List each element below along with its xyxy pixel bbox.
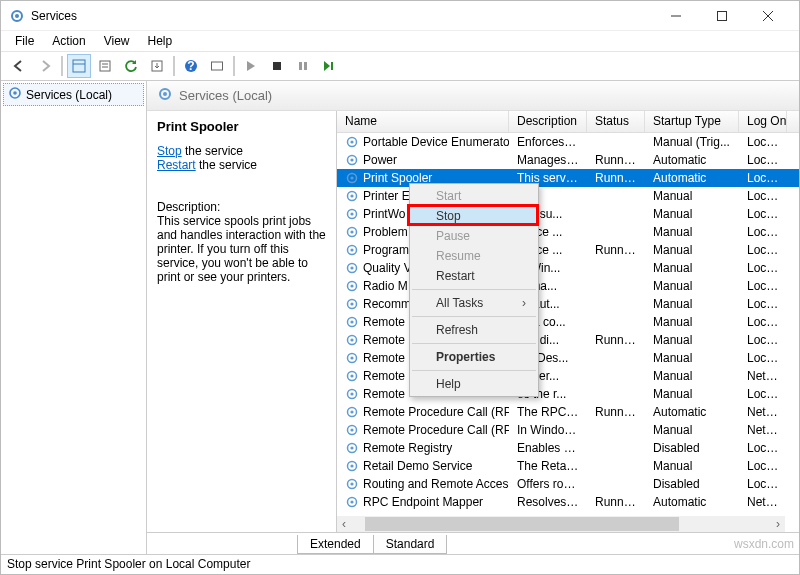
services-app-icon	[9, 8, 25, 24]
service-row[interactable]: Retail Demo ServiceThe Retail D...Manual…	[337, 457, 799, 475]
service-row[interactable]: Remotees a co...ManualLocal Sy	[337, 313, 799, 331]
service-row[interactable]: Quality Vty Win...ManualLocal Se	[337, 259, 799, 277]
close-button[interactable]	[745, 1, 791, 31]
cell-logon: Local Sy	[739, 477, 787, 491]
svg-point-32	[350, 212, 353, 215]
separator	[173, 56, 175, 76]
context-menu-help[interactable]: Help	[410, 374, 538, 394]
service-row[interactable]: Recommes aut...ManualLocal Sy	[337, 295, 799, 313]
restart-link[interactable]: Restart	[157, 158, 196, 172]
separator	[61, 56, 63, 76]
start-service-button[interactable]	[239, 54, 263, 78]
cell-startup: Manual	[645, 189, 739, 203]
description-text: This service spools print jobs and handl…	[157, 214, 326, 284]
service-row[interactable]: Remoteote Des...ManualLocal Sy	[337, 349, 799, 367]
cell-name: Remote Procedure Call (RPC)	[337, 405, 509, 419]
context-menu-separator	[412, 343, 536, 344]
cell-description: Resolves RP...	[509, 495, 587, 509]
context-menu-stop[interactable]: Stop	[410, 206, 538, 226]
body: Services (Local) Services (Local) Print …	[1, 81, 799, 554]
stop-link[interactable]: Stop	[157, 144, 182, 158]
stop-service-button[interactable]	[265, 54, 289, 78]
service-row[interactable]: Printer EManualLocal Sy	[337, 187, 799, 205]
context-menu-resume: Resume	[410, 246, 538, 266]
service-row[interactable]: Print SpoolerThis service ...RunningAuto…	[337, 169, 799, 187]
column-description[interactable]: Description	[509, 111, 587, 132]
scroll-right-icon[interactable]: ›	[771, 516, 785, 532]
view-tabs: Extended Standard	[147, 532, 799, 554]
service-row[interactable]: Remotees the r...ManualLocal Sy	[337, 385, 799, 403]
content-header: Services (Local)	[147, 81, 799, 111]
restart-service-link-row: Restart the service	[157, 158, 326, 172]
properties-button[interactable]	[93, 54, 117, 78]
export-button[interactable]	[145, 54, 169, 78]
cell-status: Running	[587, 171, 645, 185]
column-status[interactable]: Status	[587, 111, 645, 132]
detail-view-button[interactable]	[67, 54, 91, 78]
service-row[interactable]: Routing and Remote AccessOffers routi...…	[337, 475, 799, 493]
menu-help[interactable]: Help	[140, 32, 181, 50]
svg-point-56	[350, 428, 353, 431]
help-button[interactable]: ?	[179, 54, 203, 78]
service-row[interactable]: PowerManages p...RunningAutomaticLocal S…	[337, 151, 799, 169]
context-menu-restart[interactable]: Restart	[410, 266, 538, 286]
cell-startup: Automatic	[645, 405, 739, 419]
svg-point-36	[350, 248, 353, 251]
restart-service-button[interactable]	[317, 54, 341, 78]
cell-description: Enforces gr...	[509, 135, 587, 149]
minimize-button[interactable]	[653, 1, 699, 31]
scroll-left-icon[interactable]: ‹	[337, 516, 351, 532]
service-row[interactable]: Remote RegistryEnables rem...DisabledLoc…	[337, 439, 799, 457]
tab-extended[interactable]: Extended	[297, 535, 374, 554]
cell-description: Offers routi...	[509, 477, 587, 491]
svg-point-38	[350, 266, 353, 269]
menu-view[interactable]: View	[96, 32, 138, 50]
cell-startup: Disabled	[645, 477, 739, 491]
column-logon[interactable]: Log On	[739, 111, 787, 132]
tab-standard[interactable]: Standard	[373, 535, 448, 554]
context-menu-all-tasks[interactable]: All Tasks	[410, 293, 538, 313]
svg-point-48	[350, 356, 353, 359]
cell-status: Running	[587, 243, 645, 257]
svg-point-52	[350, 392, 353, 395]
service-row[interactable]: Programervice ...RunningManualLocal Sy	[337, 241, 799, 259]
cell-startup: Manual	[645, 351, 739, 365]
pause-service-button[interactable]	[291, 54, 315, 78]
tree-item-services-local[interactable]: Services (Local)	[3, 83, 144, 106]
service-row[interactable]: RPC Endpoint MapperResolves RP...Running…	[337, 493, 799, 511]
service-row[interactable]: Portable Device Enumerator...Enforces gr…	[337, 133, 799, 151]
refresh-button[interactable]	[119, 54, 143, 78]
menu-action[interactable]: Action	[44, 32, 93, 50]
maximize-button[interactable]	[699, 1, 745, 31]
service-row[interactable]: Remote Procedure Call (RP...In Windows..…	[337, 421, 799, 439]
service-row[interactable]: Radio MMana...ManualLocal Se	[337, 277, 799, 295]
context-menu-refresh[interactable]: Refresh	[410, 320, 538, 340]
svg-point-64	[350, 500, 353, 503]
cell-startup: Manual	[645, 225, 739, 239]
service-row[interactable]: Remoteges di...RunningManualLocal Sy	[337, 331, 799, 349]
console-button[interactable]	[205, 54, 229, 78]
service-row[interactable]: Remotes user...ManualNetwor	[337, 367, 799, 385]
service-row[interactable]: PrintWodes su...ManualLocal Sy	[337, 205, 799, 223]
context-menu-properties[interactable]: Properties	[410, 347, 538, 367]
stop-service-link-row: Stop the service	[157, 144, 326, 158]
service-row[interactable]: Problemervice ...ManualLocal Sy	[337, 223, 799, 241]
column-startup[interactable]: Startup Type	[645, 111, 739, 132]
svg-rect-6	[73, 60, 85, 72]
cell-description: The Retail D...	[509, 459, 587, 473]
menu-file[interactable]: File	[7, 32, 42, 50]
cell-startup: Manual	[645, 369, 739, 383]
context-menu: StartStopPauseResumeRestartAll TasksRefr…	[409, 183, 539, 397]
cell-status: Running	[587, 333, 645, 347]
horizontal-scrollbar[interactable]: ‹ ›	[337, 516, 785, 532]
service-row[interactable]: Remote Procedure Call (RPC)The RPCSS s..…	[337, 403, 799, 421]
back-button[interactable]	[7, 54, 31, 78]
svg-point-24	[350, 140, 353, 143]
cell-name: Retail Demo Service	[337, 459, 509, 473]
scrollbar-thumb[interactable]	[365, 517, 679, 531]
cell-logon: Local Sy	[739, 459, 787, 473]
forward-button[interactable]	[33, 54, 57, 78]
column-name[interactable]: Name	[337, 111, 509, 132]
svg-point-28	[350, 176, 353, 179]
svg-text:?: ?	[187, 59, 194, 73]
